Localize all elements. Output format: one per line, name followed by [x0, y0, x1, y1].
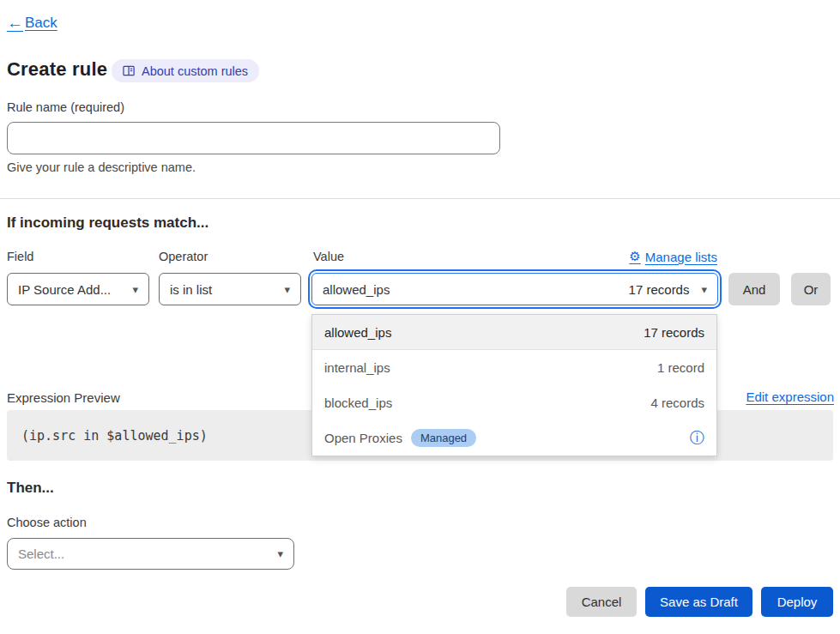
rule-name-input[interactable]	[7, 122, 500, 154]
value-select-record-count: 17 records	[629, 282, 690, 297]
dropdown-option-internal-ips[interactable]: internal_ips 1 record	[312, 350, 716, 385]
field-select-value: IP Source Add...	[18, 282, 111, 297]
book-icon	[123, 65, 136, 77]
gear-icon: ⚙	[629, 249, 640, 264]
cancel-button[interactable]: Cancel	[566, 587, 637, 617]
chevron-down-icon: ▾	[701, 284, 707, 295]
manage-lists-label: Manage lists	[645, 250, 717, 264]
field-label: Field	[7, 250, 33, 263]
value-dropdown-panel: allowed_ips 17 records internal_ips 1 re…	[311, 314, 717, 456]
back-link[interactable]: ←Back	[7, 14, 57, 33]
choose-action-label: Choose action	[7, 516, 87, 529]
info-icon[interactable]: ⓘ	[690, 431, 704, 445]
and-button[interactable]: And	[728, 273, 780, 305]
option-record-count: 17 records	[644, 325, 704, 340]
value-label: Value	[313, 250, 344, 263]
action-select-placeholder: Select...	[18, 546, 64, 561]
option-record-count: 1 record	[657, 360, 704, 375]
dropdown-option-allowed-ips[interactable]: allowed_ips 17 records	[312, 315, 716, 350]
back-arrow-icon: ←	[7, 14, 23, 33]
edit-expression-link[interactable]: Edit expression	[746, 389, 834, 404]
rule-name-help-text: Give your rule a descriptive name.	[7, 160, 196, 174]
field-select[interactable]: IP Source Add... ▾	[7, 273, 149, 305]
option-name: internal_ips	[324, 360, 390, 375]
dropdown-option-blocked-ips[interactable]: blocked_ips 4 records	[312, 385, 716, 420]
chevron-down-icon: ▾	[132, 284, 138, 295]
about-custom-rules-link[interactable]: About custom rules	[112, 59, 259, 82]
deploy-button[interactable]: Deploy	[761, 587, 833, 617]
page-title: Create rule	[7, 58, 107, 81]
rule-name-label: Rule name (required)	[7, 100, 124, 114]
operator-select-value: is in list	[170, 282, 212, 297]
value-select-value: allowed_ips	[323, 282, 390, 297]
about-badge-label: About custom rules	[142, 64, 248, 78]
back-link-label: Back	[25, 15, 57, 32]
save-as-draft-button[interactable]: Save as Draft	[645, 587, 752, 617]
managed-badge: Managed	[411, 429, 476, 447]
section-divider	[0, 198, 840, 199]
chevron-down-icon: ▾	[284, 284, 290, 295]
operator-select[interactable]: is in list ▾	[159, 273, 301, 305]
match-section-heading: If incoming requests match...	[7, 214, 208, 232]
expression-preview-label: Expression Preview	[7, 390, 120, 405]
option-name: allowed_ips	[324, 325, 391, 340]
expression-code: (ip.src in $allowed_ips)	[21, 428, 208, 444]
option-name: Open Proxies	[324, 431, 402, 445]
chevron-down-icon: ▾	[277, 548, 283, 559]
create-rule-page: ←Back Create rule About custom rules Rul…	[0, 0, 840, 634]
option-record-count: 4 records	[650, 395, 704, 410]
dropdown-option-open-proxies[interactable]: Open Proxies Managed ⓘ	[312, 420, 716, 456]
or-button[interactable]: Or	[791, 273, 831, 305]
manage-lists-link[interactable]: ⚙ Manage lists	[629, 249, 717, 264]
action-select[interactable]: Select... ▾	[7, 538, 294, 570]
operator-label: Operator	[159, 250, 208, 263]
then-section-heading: Then...	[7, 480, 54, 497]
value-select[interactable]: allowed_ips 17 records ▾	[311, 273, 718, 305]
option-name: blocked_ips	[324, 395, 392, 410]
